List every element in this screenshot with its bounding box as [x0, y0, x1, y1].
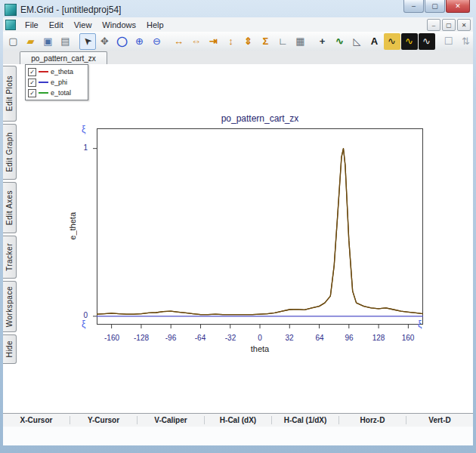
y-axis-label: e_theta	[68, 212, 77, 240]
expand-x-button[interactable]: ⇔	[188, 33, 205, 50]
toolbar: ▢▰▣▤➤✥◯⊕⊖↔⇔⇥↕⇕Σ∟▦+∿◺A∿∿∿☐⇅◫⊞≡Layou	[3, 32, 473, 51]
mdi-restore-button[interactable]: ▢	[442, 19, 456, 31]
add-trace-icon: +	[320, 36, 326, 46]
fit-width-button[interactable]: ↔	[171, 33, 187, 50]
menu-help[interactable]: Help	[141, 17, 169, 32]
sidebar-tab-edit-graph[interactable]: Edit Graph	[3, 124, 17, 180]
x-tick-label: 128	[363, 334, 394, 342]
x-tick-label: -64	[185, 334, 215, 342]
axis-handle-icon[interactable]: ξ	[82, 125, 85, 134]
zoom-out-button[interactable]: ⊖	[149, 33, 165, 50]
menu-file[interactable]: File	[20, 17, 44, 32]
pan-tool-icon: ✥	[100, 36, 109, 46]
status-v-caliper: V-Caliper	[137, 416, 204, 424]
tab-po-pattern-cart-zx[interactable]: po_pattern_cart_zx	[20, 51, 107, 64]
pointer-tool-icon: ➤	[81, 35, 94, 48]
axes-setup-button[interactable]: ∟	[275, 33, 292, 50]
app-window: { "window": { "title": "EM.Grid - [untit…	[0, 0, 476, 453]
dark-plot-view-2-icon: ∿	[422, 36, 431, 46]
new-file-button[interactable]: ▢	[5, 33, 22, 50]
legend-item-e-phi[interactable]: ✓e_phi	[28, 77, 85, 88]
x-tick-label: -160	[97, 334, 127, 342]
mdi-close-button[interactable]: ✕	[457, 19, 471, 31]
sidebar-tab-label: Tracker	[5, 243, 14, 271]
toggle-option-2-icon: ⇅	[462, 36, 470, 46]
autoscale-icon: Σ	[263, 36, 269, 46]
menu-view[interactable]: View	[69, 17, 97, 32]
add-trace-button[interactable]: +	[314, 33, 331, 50]
sidebar-tab-label: Workspace	[5, 286, 14, 327]
x-tick-label: -32	[215, 334, 246, 342]
colormap-view-button[interactable]: ∿	[384, 33, 400, 50]
legend-item-e-total[interactable]: ✓e_total	[28, 88, 85, 98]
toggle-option-1-button[interactable]: ☐	[440, 33, 457, 50]
zoom-in-icon: ⊕	[135, 36, 144, 46]
text-annotation-button[interactable]: A	[366, 33, 383, 50]
grid-toggle-button[interactable]: ▦	[292, 33, 309, 50]
close-button[interactable]: ✕	[446, 0, 470, 13]
legend-line-swatch	[39, 82, 48, 83]
fit-width-icon: ↔	[174, 36, 184, 46]
smooth-curve-button[interactable]: ∿	[332, 33, 348, 50]
sidebar-tab-workspace[interactable]: Workspace	[3, 281, 17, 332]
maximize-button[interactable]: ▢	[425, 0, 445, 13]
minimize-button[interactable]: –	[403, 0, 424, 13]
open-file-button[interactable]: ▰	[23, 33, 39, 50]
checkbox-icon[interactable]: ✓	[28, 79, 36, 87]
dark-plot-view-2-button[interactable]: ∿	[419, 33, 435, 50]
axis-handle-icon[interactable]: ξ	[418, 319, 422, 328]
status-h-cal-1-dx: H-Cal (1/dX)	[271, 416, 338, 424]
print-button[interactable]: ▤	[57, 33, 74, 50]
clip-x-icon: ⇥	[209, 36, 218, 46]
mdi-minimize-button[interactable]: –	[427, 19, 440, 31]
x-axis-label: theta	[97, 344, 423, 353]
app-icon	[5, 4, 17, 16]
toggle-option-2-button[interactable]: ⇅	[458, 33, 474, 50]
plot-canvas[interactable]	[91, 122, 429, 331]
menu-windows[interactable]: Windows	[97, 17, 141, 32]
menubar: FileEditViewWindowsHelp – ▢ ✕	[3, 17, 473, 32]
expand-y-button[interactable]: ⇕	[240, 33, 257, 50]
checkbox-icon[interactable]: ✓	[28, 89, 36, 97]
slope-marker-button[interactable]: ◺	[349, 33, 366, 50]
new-file-icon: ▢	[8, 36, 17, 46]
axes-setup-icon: ∟	[278, 36, 288, 46]
y-tick-label: 0	[70, 311, 88, 319]
sidebar-tab-edit-axes[interactable]: Edit Axes	[3, 182, 17, 233]
sidebar-tab-tracker[interactable]: Tracker	[3, 236, 17, 279]
legend-label: e_theta	[51, 68, 73, 76]
sidebar-tab-hide[interactable]: Hide	[3, 334, 17, 364]
legend: ✓e_theta✓e_phi✓e_total	[25, 64, 88, 100]
status-x-cursor: X-Cursor	[3, 416, 70, 424]
fit-height-icon: ↕	[228, 36, 233, 46]
series-e_total	[97, 149, 423, 315]
checkbox-icon[interactable]: ✓	[28, 68, 36, 76]
x-tick-label: 96	[334, 334, 364, 342]
save-file-button[interactable]: ▣	[40, 33, 57, 50]
status-vert-d: Vert-D	[406, 416, 473, 424]
pointer-tool-button[interactable]: ➤	[79, 33, 96, 50]
sidebar-tab-label: Hide	[5, 341, 14, 358]
legend-label: e_total	[51, 89, 71, 97]
open-file-icon: ▰	[27, 36, 35, 46]
autoscale-button[interactable]: Σ	[258, 33, 274, 50]
zoom-in-button[interactable]: ⊕	[131, 33, 148, 50]
window-controls: – ▢ ✕	[403, 0, 470, 13]
fit-height-button[interactable]: ↕	[223, 33, 240, 50]
sidebar-tab-edit-plots[interactable]: Edit Plots	[3, 66, 17, 122]
zoom-region-button[interactable]: ◯	[114, 33, 131, 50]
expand-x-icon: ⇔	[191, 36, 201, 46]
dark-plot-view-button[interactable]: ∿	[401, 33, 418, 50]
clip-x-button[interactable]: ⇥	[206, 33, 222, 50]
legend-item-e-theta[interactable]: ✓e_theta	[28, 66, 85, 77]
menu-edit[interactable]: Edit	[44, 17, 69, 32]
colormap-view-icon: ∿	[388, 36, 396, 46]
bottom-strip	[3, 427, 473, 445]
pan-tool-button[interactable]: ✥	[97, 33, 113, 50]
axis-handle-icon[interactable]: ξ	[82, 319, 85, 328]
titlebar[interactable]: EM.Grid - [untitledproj54] – ▢ ✕	[5, 2, 471, 17]
save-file-icon: ▣	[43, 36, 52, 46]
sidebar-tabs: Edit PlotsEdit GraphEdit AxesTrackerWork…	[3, 66, 17, 366]
plot-frame	[97, 129, 423, 325]
x-tick-label: -96	[156, 334, 186, 342]
